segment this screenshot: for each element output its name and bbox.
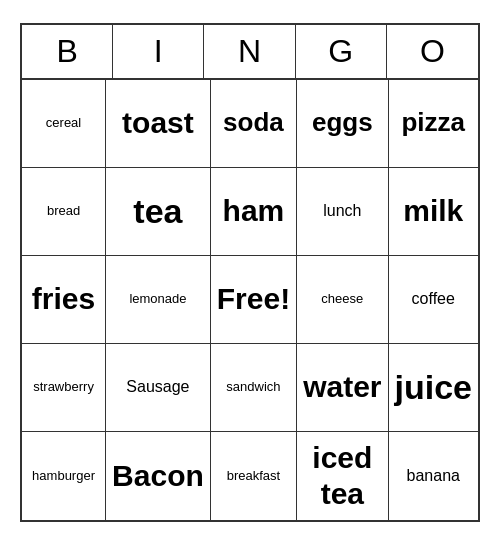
cell-text: strawberry — [33, 379, 94, 395]
bingo-cell: bread — [22, 168, 106, 256]
cell-text: coffee — [412, 289, 455, 308]
bingo-cell: Sausage — [106, 344, 211, 432]
bingo-header: BINGO — [22, 25, 478, 80]
bingo-cell: ham — [211, 168, 297, 256]
cell-text: toast — [122, 105, 194, 141]
header-letter: I — [113, 25, 204, 78]
cell-text: cheese — [321, 291, 363, 307]
bingo-cell: juice — [389, 344, 478, 432]
bingo-cell: Free! — [211, 256, 297, 344]
bingo-grid: cerealtoastsodaeggspizzabreadteahamlunch… — [22, 80, 478, 520]
bingo-cell: cheese — [297, 256, 388, 344]
header-letter: O — [387, 25, 478, 78]
cell-text: sandwich — [226, 379, 280, 395]
bingo-cell: lemonade — [106, 256, 211, 344]
bingo-cell: pizza — [389, 80, 478, 168]
cell-text: water — [303, 369, 381, 405]
bingo-cell: icedtea — [297, 432, 388, 520]
bingo-cell: coffee — [389, 256, 478, 344]
cell-text: Free! — [217, 281, 290, 317]
bingo-cell: sandwich — [211, 344, 297, 432]
cell-text: icedtea — [312, 440, 372, 512]
cell-text: juice — [395, 367, 472, 408]
bingo-cell: water — [297, 344, 388, 432]
bingo-cell: strawberry — [22, 344, 106, 432]
cell-text: lemonade — [129, 291, 186, 307]
bingo-cell: fries — [22, 256, 106, 344]
cell-text: Bacon — [112, 458, 204, 494]
cell-text: pizza — [401, 107, 465, 138]
cell-text: hamburger — [32, 468, 95, 484]
bingo-cell: hamburger — [22, 432, 106, 520]
cell-text: bread — [47, 203, 80, 219]
bingo-cell: lunch — [297, 168, 388, 256]
bingo-cell: cereal — [22, 80, 106, 168]
header-letter: G — [296, 25, 387, 78]
bingo-cell: Bacon — [106, 432, 211, 520]
header-letter: N — [204, 25, 295, 78]
cell-text: cereal — [46, 115, 81, 131]
bingo-cell: tea — [106, 168, 211, 256]
cell-text: Sausage — [126, 377, 189, 396]
cell-text: ham — [223, 193, 285, 229]
cell-text: breakfast — [227, 468, 280, 484]
cell-text: fries — [32, 281, 95, 317]
cell-text: eggs — [312, 107, 373, 138]
bingo-cell: soda — [211, 80, 297, 168]
header-letter: B — [22, 25, 113, 78]
bingo-cell: banana — [389, 432, 478, 520]
cell-text: milk — [403, 193, 463, 229]
bingo-card: BINGO cerealtoastsodaeggspizzabreadteaha… — [20, 23, 480, 522]
bingo-cell: breakfast — [211, 432, 297, 520]
bingo-cell: milk — [389, 168, 478, 256]
bingo-cell: toast — [106, 80, 211, 168]
cell-text: lunch — [323, 201, 361, 220]
cell-text: banana — [407, 466, 460, 485]
cell-text: soda — [223, 107, 284, 138]
bingo-cell: eggs — [297, 80, 388, 168]
cell-text: tea — [133, 191, 182, 232]
